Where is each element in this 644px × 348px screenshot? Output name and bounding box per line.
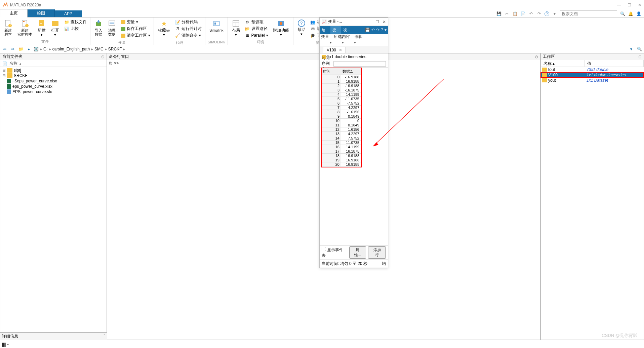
data-cell[interactable]: 0 bbox=[341, 119, 361, 123]
close-button[interactable]: ✕ bbox=[638, 3, 641, 7]
qat-icon[interactable]: ▾ bbox=[385, 28, 387, 32]
minimize-button[interactable]: — bbox=[617, 3, 621, 7]
panel-menu-icon[interactable]: ⊙ bbox=[638, 54, 642, 59]
save-workspace-button[interactable]: 保存工作区 bbox=[119, 26, 152, 32]
path-drive[interactable]: G: bbox=[43, 47, 48, 51]
tab-apps[interactable]: APP bbox=[55, 10, 82, 17]
data-cell[interactable]: -14.1199 bbox=[341, 92, 361, 96]
help-icon[interactable]: ? bbox=[545, 11, 549, 16]
clear-commands-button[interactable]: 🧹清除命令 ▾ bbox=[173, 32, 203, 39]
fx-icon[interactable]: fx bbox=[109, 61, 112, 66]
data-row[interactable]: 1614.1199 bbox=[322, 145, 361, 149]
open-button[interactable]: 打开▾ bbox=[49, 19, 61, 37]
qat-icon[interactable]: ? bbox=[381, 28, 383, 32]
vartab-plot[interactable]: 绘... bbox=[320, 26, 330, 34]
time-cell[interactable]: 11 bbox=[322, 123, 341, 127]
addons-button[interactable]: 附加功能▾ bbox=[271, 19, 291, 37]
data-cell[interactable]: -16.9188 bbox=[341, 75, 361, 79]
path-seg-1[interactable]: SMC bbox=[94, 47, 104, 51]
variable-tab[interactable]: V100✕ bbox=[323, 47, 346, 53]
time-cell[interactable]: 0 bbox=[322, 75, 341, 79]
file-item[interactable]: ⊞SRCKF bbox=[0, 73, 107, 78]
dropdown-icon[interactable]: ▾ bbox=[354, 40, 356, 46]
data-cell[interactable]: 16.9188 bbox=[341, 154, 361, 158]
clean-data-button[interactable]: 清理 数据 bbox=[106, 19, 118, 37]
simulink-button[interactable]: Simulink bbox=[207, 19, 226, 33]
vartab-variable[interactable]: 变... bbox=[330, 26, 341, 34]
data-row[interactable]: 110.1849 bbox=[322, 123, 361, 127]
data-row[interactable]: 2-16.9188 bbox=[322, 84, 361, 88]
minimize-button[interactable]: — bbox=[368, 20, 372, 24]
add-row-button[interactable]: 添加行 bbox=[368, 246, 386, 259]
data-row[interactable]: 147.5752 bbox=[322, 136, 361, 141]
data-row[interactable]: 1916.9188 bbox=[322, 158, 361, 162]
time-cell[interactable]: 3 bbox=[322, 88, 341, 92]
file-item[interactable]: ⊞slprj bbox=[0, 68, 107, 73]
time-cell[interactable]: 10 bbox=[322, 119, 341, 123]
file-item[interactable]: ~$eps_power_curve.xlsx bbox=[0, 78, 107, 84]
path-seg-2[interactable]: SRCKF bbox=[108, 47, 122, 51]
data-row[interactable]: 2016.9188 bbox=[322, 162, 361, 167]
time-cell[interactable]: 6 bbox=[322, 101, 341, 105]
show-event-checkbox[interactable]: 显示事件表 bbox=[322, 247, 347, 259]
data-cell[interactable]: -16.9188 bbox=[341, 79, 361, 83]
time-cell[interactable]: 1 bbox=[322, 79, 341, 83]
file-list-header[interactable]: 📄 名称▴ bbox=[0, 60, 107, 67]
maximize-button[interactable]: ☐ bbox=[375, 20, 379, 24]
properties-button[interactable]: 属性... bbox=[349, 246, 366, 259]
time-cell[interactable]: 13 bbox=[322, 132, 341, 136]
dropdown-icon[interactable]: ▾ bbox=[342, 40, 344, 46]
time-cell[interactable]: 5 bbox=[322, 97, 341, 101]
path-dropdown[interactable]: ▾ bbox=[628, 46, 635, 52]
expand-icon[interactable]: ⊞ bbox=[2, 73, 6, 78]
data-row[interactable]: 3-16.1875 bbox=[322, 88, 361, 92]
data-cell[interactable]: 4.2297 bbox=[341, 132, 361, 136]
col-time-header[interactable]: 时间 bbox=[322, 68, 341, 75]
data-cell[interactable]: -16.9188 bbox=[341, 84, 361, 88]
timeseries-name-input[interactable] bbox=[333, 61, 386, 67]
run-and-time-button[interactable]: ⏱运行并计时 bbox=[173, 26, 203, 32]
notification-icon[interactable]: 🔔 bbox=[628, 11, 633, 16]
paste-icon[interactable]: 📄 bbox=[520, 11, 526, 16]
redo-icon[interactable]: ↷ bbox=[536, 11, 542, 16]
time-cell[interactable]: 20 bbox=[322, 162, 341, 166]
save-icon[interactable]: 💾 bbox=[496, 11, 501, 16]
close-button[interactable]: ✕ bbox=[383, 20, 386, 24]
clear-workspace-button[interactable]: 清空工作区 ▾ bbox=[119, 32, 152, 39]
data-row[interactable]: 134.2297 bbox=[322, 132, 361, 136]
search-path-icon[interactable]: 🔍 bbox=[636, 46, 643, 52]
data-cell[interactable]: 1.6156 bbox=[341, 127, 361, 131]
data-cell[interactable]: -11.0735 bbox=[341, 97, 361, 101]
undo-icon[interactable]: ↶ bbox=[528, 11, 534, 16]
data-row[interactable]: 100 bbox=[322, 119, 361, 123]
workspace-variable-row[interactable]: tout73x1 double bbox=[541, 67, 644, 72]
data-cell[interactable]: 14.1199 bbox=[341, 145, 361, 149]
data-row[interactable]: 1-16.9188 bbox=[322, 79, 361, 84]
data-cell[interactable]: 16.9188 bbox=[341, 158, 361, 162]
time-cell[interactable]: 16 bbox=[322, 145, 341, 149]
time-cell[interactable]: 15 bbox=[322, 141, 341, 145]
maximize-button[interactable]: ☐ bbox=[628, 3, 631, 7]
cut-icon[interactable]: ✂ bbox=[504, 11, 510, 16]
file-item[interactable]: EPS_power_curve.slx bbox=[0, 89, 107, 94]
help-button[interactable]: ?帮助▾ bbox=[295, 19, 308, 37]
col-data-header[interactable]: 数据:1 bbox=[341, 68, 361, 75]
compare-button[interactable]: 📊比较 bbox=[63, 26, 88, 32]
expand-icon[interactable]: ⊞ bbox=[2, 68, 6, 73]
qat-icon[interactable]: 💾 bbox=[365, 28, 370, 32]
panel-menu-icon[interactable]: ⊙ bbox=[535, 54, 538, 59]
parallel-button[interactable]: ▦Parallel ▾ bbox=[243, 32, 270, 38]
data-cell[interactable]: -4.2297 bbox=[341, 106, 361, 110]
data-cell[interactable]: 16.1875 bbox=[341, 149, 361, 153]
favorites-button[interactable]: ★收藏夹▾ bbox=[156, 19, 172, 37]
dropdown-icon[interactable]: ▾ bbox=[330, 40, 332, 46]
data-row[interactable]: 9-0.1849 bbox=[322, 114, 361, 119]
time-cell[interactable]: 8 bbox=[322, 110, 341, 114]
data-row[interactable]: 1716.1875 bbox=[322, 149, 361, 154]
data-row[interactable]: 7-4.2297 bbox=[322, 106, 361, 110]
back-button[interactable]: ⇦ bbox=[1, 46, 8, 52]
time-cell[interactable]: 18 bbox=[322, 154, 341, 158]
time-cell[interactable]: 19 bbox=[322, 158, 341, 162]
data-row[interactable]: 8-1.6156 bbox=[322, 110, 361, 114]
data-cell[interactable]: -1.6156 bbox=[341, 110, 361, 114]
